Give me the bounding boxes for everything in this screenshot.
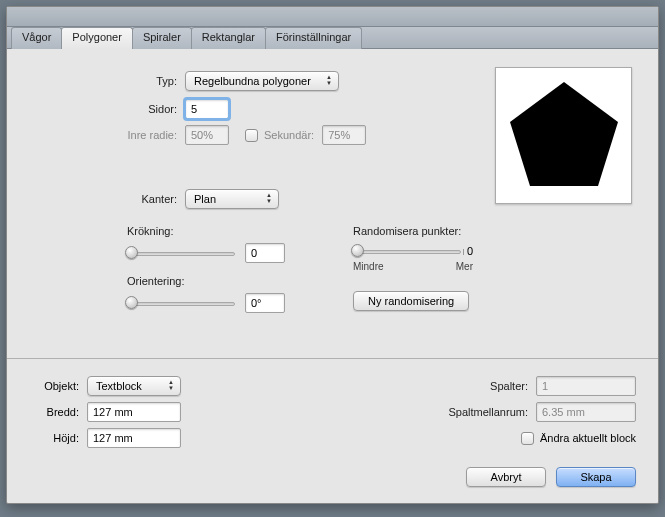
curvature-value: 0	[251, 247, 257, 259]
inner-radius-value: 50%	[191, 129, 213, 141]
secondary-value: 75%	[328, 129, 350, 141]
height-value: 127 mm	[93, 432, 133, 444]
bottom-panel: Objekt: Textblock ▲▼ Bredd: 127 mm Höjd:…	[7, 359, 658, 505]
secondary-label: Sekundär:	[264, 129, 314, 141]
slider-thumb[interactable]	[125, 246, 138, 259]
slider-track	[353, 250, 461, 254]
edges-select[interactable]: Plan ▲▼	[185, 189, 279, 209]
gutter-label: Spaltmellanrum:	[418, 406, 528, 418]
edges-value: Plan	[194, 193, 216, 205]
tab-bar: Vågor Polygoner Spiraler Rektanglar Föri…	[7, 27, 658, 49]
orientation-slider[interactable]	[127, 295, 235, 311]
type-select[interactable]: Regelbundna polygoner ▲▼	[185, 71, 339, 91]
tab-spirals[interactable]: Spiraler	[132, 27, 192, 49]
inner-radius-input: 50%	[185, 125, 229, 145]
modify-label: Ändra aktuellt block	[540, 432, 636, 444]
updown-icon: ▲▼	[264, 192, 274, 204]
button-row: Avbryt Skapa	[466, 467, 636, 487]
new-random-button[interactable]: Ny randomisering	[353, 291, 469, 311]
tab-waves[interactable]: Vågor	[11, 27, 62, 49]
modify-checkbox[interactable]	[521, 432, 534, 445]
object-value: Textblock	[96, 380, 142, 392]
sides-input[interactable]: 5	[185, 99, 229, 119]
secondary-checkbox[interactable]	[245, 129, 258, 142]
preview-box	[495, 67, 632, 204]
width-label: Bredd:	[25, 406, 79, 418]
slider-endtick	[463, 249, 464, 255]
pentagon-icon	[504, 76, 624, 196]
svg-marker-0	[510, 82, 618, 186]
width-value: 127 mm	[93, 406, 133, 418]
object-label: Objekt:	[25, 380, 79, 392]
slider-thumb[interactable]	[351, 244, 364, 257]
edges-label: Kanter:	[7, 193, 177, 205]
type-label: Typ:	[7, 75, 177, 87]
create-button[interactable]: Skapa	[556, 467, 636, 487]
object-select[interactable]: Textblock ▲▼	[87, 376, 181, 396]
orientation-label: Orientering:	[127, 275, 285, 287]
tab-polygons[interactable]: Polygoner	[61, 27, 133, 49]
type-select-value: Regelbundna polygoner	[194, 75, 311, 87]
height-label: Höjd:	[25, 432, 79, 444]
orientation-value: 0°	[251, 297, 262, 309]
orientation-input[interactable]: 0°	[245, 293, 285, 313]
columns-value: 1	[542, 380, 548, 392]
slider-thumb[interactable]	[125, 296, 138, 309]
tab-presets[interactable]: Förinställningar	[265, 27, 362, 49]
randomize-slider[interactable]	[353, 243, 461, 259]
right-column: Spalter: 1 Spaltmellanrum: 6.35 mm Ändra…	[376, 373, 636, 451]
randomize-label: Randomisera punkter:	[353, 225, 473, 237]
tab-rectangles[interactable]: Rektanglar	[191, 27, 266, 49]
curvature-slider[interactable]	[127, 245, 235, 261]
updown-icon: ▲▼	[324, 74, 334, 86]
sides-label: Sidor:	[7, 103, 177, 115]
curvature-input[interactable]: 0	[245, 243, 285, 263]
randomize-value: 0	[467, 245, 473, 257]
curvature-label: Krökning:	[127, 225, 285, 237]
create-label: Skapa	[580, 471, 611, 483]
gutter-input: 6.35 mm	[536, 402, 636, 422]
columns-label: Spalter:	[418, 380, 528, 392]
titlebar	[7, 7, 658, 27]
columns-input: 1	[536, 376, 636, 396]
sides-value: 5	[191, 103, 197, 115]
slider-track	[127, 252, 235, 256]
width-input[interactable]: 127 mm	[87, 402, 181, 422]
slider-track	[127, 302, 235, 306]
randomize-less-label: Mindre	[353, 261, 384, 272]
cancel-label: Avbryt	[491, 471, 522, 483]
cancel-button[interactable]: Avbryt	[466, 467, 546, 487]
new-random-label: Ny randomisering	[368, 295, 454, 307]
updown-icon: ▲▼	[166, 379, 176, 391]
height-input[interactable]: 127 mm	[87, 428, 181, 448]
gutter-value: 6.35 mm	[542, 406, 585, 418]
polygon-panel: Typ: Regelbundna polygoner ▲▼ Sidor: 5 I…	[7, 49, 658, 359]
inner-radius-label: Inre radie:	[7, 129, 177, 141]
dialog-window: Vågor Polygoner Spiraler Rektanglar Föri…	[6, 6, 659, 504]
randomize-more-label: Mer	[456, 261, 473, 272]
secondary-input: 75%	[322, 125, 366, 145]
